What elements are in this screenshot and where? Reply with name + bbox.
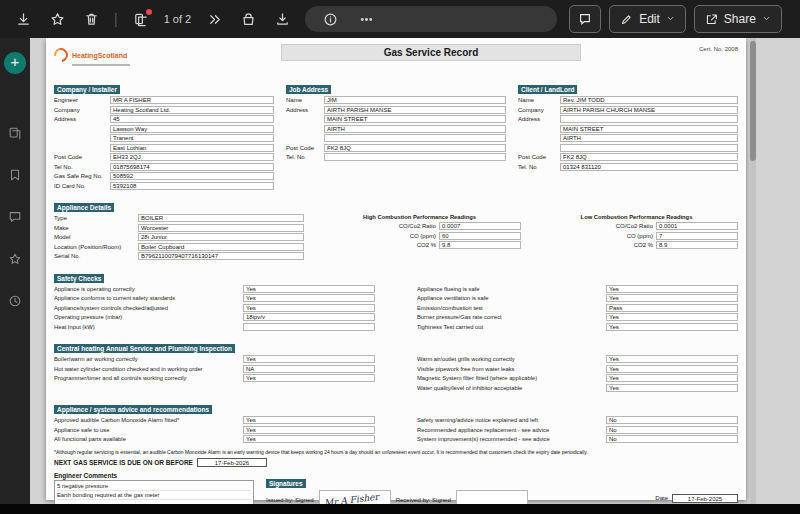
form-field-row: Tel. No [286,153,506,161]
cert-number: Cert. No. 2008 [648,44,738,52]
check-value[interactable]: Yes [243,294,375,302]
field-value[interactable]: 45 [110,115,274,123]
check-value[interactable]: Yes [606,355,738,363]
share-chevron-down-icon[interactable] [762,12,771,26]
field-label: Tel. No [518,164,560,170]
comments-bubble-icon[interactable] [569,5,601,33]
comments-icon[interactable] [6,208,24,226]
field-value[interactable]: Lawson Way [110,125,274,133]
field-value[interactable] [560,115,738,123]
field-value[interactable] [324,134,506,142]
comment-line: Earth bonding required at the gas meter [57,491,251,500]
add-button[interactable]: + [4,52,26,74]
date-value[interactable]: 17-Feb-2025 [672,494,738,503]
more-ellipsis-icon[interactable] [357,8,375,30]
field-value[interactable] [560,144,738,152]
reading-value[interactable]: 8.9 [656,241,738,249]
check-value[interactable]: Yes [243,435,375,443]
info-icon[interactable] [321,8,339,30]
vertical-scrollbar[interactable] [750,38,756,504]
check-value[interactable]: Yes [606,365,738,373]
check-row: Heat Input (kW) [54,323,375,331]
field-value[interactable]: AIRTH [560,134,738,142]
reading-value[interactable]: 60 [439,232,521,240]
section-job-address: Job Address Name JIM Address AIRTH PARIS… [286,78,506,191]
field-value[interactable] [324,153,506,161]
scrollbar-thumb[interactable] [750,41,756,161]
check-value[interactable]: Yes [606,294,738,302]
favorites-icon[interactable] [6,250,24,268]
field-value[interactable]: AIRTH PARISH MANSE [324,106,506,114]
delete-trash-icon[interactable] [80,8,102,30]
check-value[interactable]: Yes [243,304,375,312]
favorite-star-icon[interactable] [46,8,68,30]
form-field-row: Post Code EH33 2QJ [54,153,274,161]
history-icon[interactable] [6,292,24,310]
check-value[interactable]: Yes [606,374,738,382]
next-service-label: NEXT GAS SERVICE IS DUE ON OR BEFORE [54,459,193,466]
check-value[interactable]: Pass [606,304,738,312]
reading-value[interactable]: 0.0001 [656,222,738,230]
check-value[interactable]: Yes [243,416,375,424]
check-value[interactable]: 18ipv/v [243,313,375,321]
field-value[interactable]: AIRTH [324,125,506,133]
field-value[interactable]: Tranent [110,134,274,142]
field-value[interactable]: JIM [324,96,506,104]
field-value[interactable]: MAIN STREET [560,125,738,133]
field-value[interactable]: MAIN STREET [324,115,506,123]
check-value[interactable]: Yes [606,313,738,321]
check-label: Tightness Test carried out [417,324,606,330]
check-row: Visible pipework free from water leaks Y… [417,365,738,373]
check-value[interactable]: Yes [243,355,375,363]
check-value[interactable]: Yes [243,285,375,293]
field-value[interactable]: MR A FISHER [110,96,274,104]
close-icon[interactable] [790,5,800,33]
field-value[interactable]: Rev. JIM TODD [560,96,738,104]
field-value[interactable]: B7962110079407716130147 [138,252,304,260]
reading-label: CO/Co2 Ratio [377,223,439,229]
field-value[interactable]: BOILER [138,214,304,222]
field-value[interactable]: 508592 [110,172,274,180]
share-button[interactable]: Share [694,5,782,33]
field-value[interactable]: EH33 2QJ [110,153,274,161]
field-value[interactable]: Heating Scotland Ltd. [110,106,274,114]
edit-button[interactable]: Edit [609,5,686,33]
check-label: All functional parts available [54,436,243,442]
reading-value[interactable]: 0.0007 [439,222,521,230]
forward-chevrons-icon[interactable] [203,8,225,30]
save-to-device-icon[interactable] [271,8,293,30]
check-row: Tightness Test carried out Yes [417,323,738,331]
field-value[interactable]: East Lothian [110,144,274,152]
field-value[interactable]: 5392108 [110,182,274,190]
check-value[interactable]: Yes [606,323,738,331]
field-value[interactable]: Boiler Cupboard [138,243,304,251]
reading-value[interactable]: 7 [656,232,738,240]
check-value[interactable]: No [606,426,738,434]
field-value[interactable]: 28i Junior [138,233,304,241]
download-icon[interactable] [12,8,34,30]
edit-chevron-down-icon[interactable] [666,12,675,26]
check-value[interactable]: Yes [606,285,738,293]
check-value[interactable]: Yes [606,384,738,392]
field-value[interactable]: Worcester [138,224,304,232]
check-value[interactable]: Yes [243,426,375,434]
next-service-date[interactable]: 17-Feb-2026 [197,458,267,467]
check-value[interactable]: No [606,416,738,424]
bookmarks-icon[interactable] [6,166,24,184]
thumbnails-icon[interactable] [6,124,24,142]
toolbar-pill[interactable] [305,6,557,32]
pages-icon[interactable] [130,8,152,30]
section-header: Appliance Details [54,203,114,212]
field-value[interactable]: FK2 8JQ [324,144,506,152]
check-value[interactable]: Yes [243,374,375,382]
field-value[interactable]: 01324 831120 [560,163,738,171]
reading-value[interactable]: 9.8 [439,241,521,249]
field-value[interactable]: AIRTH PARISH CHURCH MANSE [560,106,738,114]
field-value[interactable]: FK2 8JQ [560,153,738,161]
field-value[interactable]: 01875698174 [110,163,274,171]
check-value[interactable]: NA [243,365,375,373]
check-value[interactable]: No [606,435,738,443]
check-value[interactable] [243,323,375,331]
reading-label: CO2 % [377,242,439,248]
bag-icon[interactable] [237,8,259,30]
